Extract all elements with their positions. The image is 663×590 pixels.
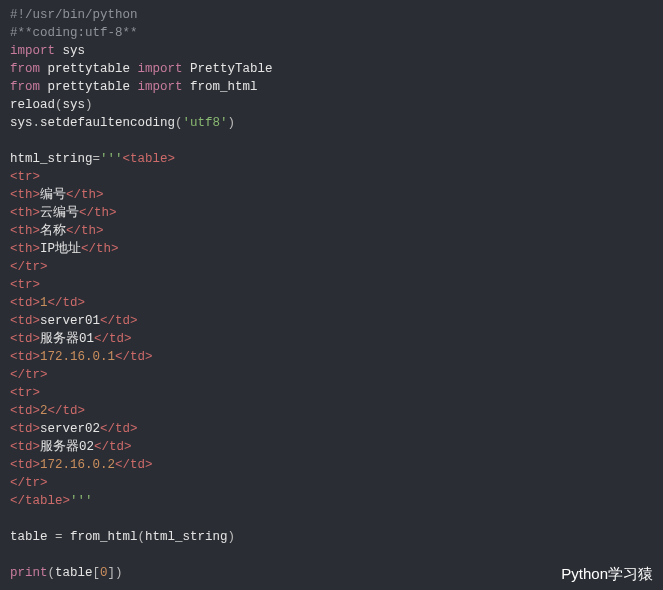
code-block: #!/usr/bin/python #**coding:utf-8** impo… <box>0 0 663 588</box>
kw-print: print <box>10 566 48 580</box>
setenc-call: sys <box>10 116 33 130</box>
tag-table-close: </table> <box>10 494 70 508</box>
r1c4: 172.16.0.1 <box>40 350 115 364</box>
r1c1: 1 <box>40 296 48 310</box>
triple-quote-close: ''' <box>70 494 93 508</box>
th-4: IP地址 <box>40 242 81 256</box>
tag-tr-close: </tr> <box>10 260 48 274</box>
tag-table-open: <table> <box>123 152 176 166</box>
watermark-text: Python学习猿 <box>561 565 653 584</box>
mod-sys: sys <box>63 44 86 58</box>
r2c2: server02 <box>40 422 100 436</box>
kw-from2: from <box>10 80 40 94</box>
tag-th-open: <th> <box>10 188 40 202</box>
table-var: table <box>10 530 48 544</box>
kw-import: import <box>10 44 55 58</box>
r2c3: 服务器02 <box>40 440 94 454</box>
shebang-line: #!/usr/bin/python <box>10 8 138 22</box>
th-3: 名称 <box>40 224 66 238</box>
reload-call: reload <box>10 98 55 112</box>
th-1: 编号 <box>40 188 66 202</box>
kw-from: from <box>10 62 40 76</box>
html-string-var: html_string <box>10 152 93 166</box>
th-2: 云编号 <box>40 206 79 220</box>
r2c4: 172.16.0.2 <box>40 458 115 472</box>
tag-tr-open: <tr> <box>10 170 40 184</box>
r2c1: 2 <box>40 404 48 418</box>
r1c3: 服务器01 <box>40 332 94 346</box>
coding-line: #**coding:utf-8** <box>10 26 138 40</box>
r1c2: server01 <box>40 314 100 328</box>
tag-td-open: <td> <box>10 296 40 310</box>
